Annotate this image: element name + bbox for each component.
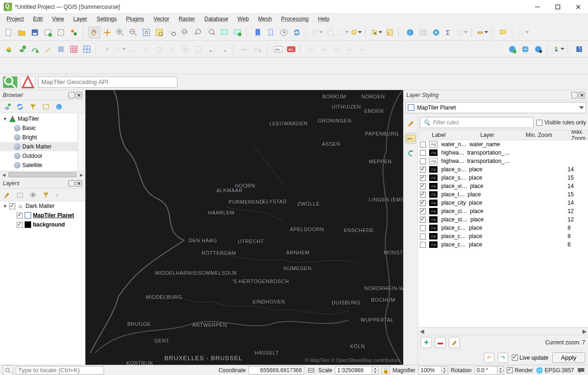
- manage-visibility-dropdown-icon[interactable]: [28, 190, 38, 200]
- pan-map-icon[interactable]: [88, 26, 100, 39]
- select-by-value-icon[interactable]: ε: [384, 26, 396, 39]
- browser-panel-header[interactable]: Browser: [0, 90, 85, 100]
- rule-checkbox[interactable]: [420, 150, 426, 156]
- undo-style-button[interactable]: ↶: [484, 353, 494, 363]
- rules-table[interactable]: Aawater_n…water_nameAahighwa…transportat…: [418, 140, 588, 327]
- add-layer-icon[interactable]: [2, 102, 12, 112]
- browser-h-scroll[interactable]: ◀▶: [0, 171, 85, 178]
- rule-row[interactable]: Aaplace_c…place6: [418, 240, 588, 249]
- undo-icon[interactable]: [205, 43, 217, 55]
- layer-visibility-checkbox[interactable]: [17, 213, 23, 219]
- python-console-icon[interactable]: [553, 43, 565, 55]
- rule-checkbox[interactable]: [420, 217, 426, 223]
- refresh-browser-icon[interactable]: [15, 102, 25, 112]
- browser-scrollbar[interactable]: [78, 113, 85, 171]
- labels-tab-icon[interactable]: abc: [405, 133, 416, 144]
- filter-browser-icon[interactable]: [28, 102, 38, 112]
- label-diagram-toggle-icon[interactable]: abc: [285, 43, 297, 55]
- move-feature-icon[interactable]: [140, 43, 152, 55]
- layers-tree[interactable]: ▾Dark Matter MapTiler Planet background: [0, 201, 85, 365]
- zoom-full-icon[interactable]: [140, 26, 152, 39]
- pan-to-selection-icon[interactable]: [101, 26, 113, 39]
- vertex-tool-dropdown-icon[interactable]: [114, 43, 126, 55]
- map-canvas[interactable]: BORKUMNORDENUITHUIZENEMDENLEEUWARDENGRON…: [85, 90, 403, 365]
- temporal-controller-icon[interactable]: [278, 26, 290, 39]
- zoom-to-selection-icon[interactable]: [153, 26, 165, 39]
- maptiler-toolbar-icon[interactable]: [20, 76, 35, 88]
- browser-tree[interactable]: ▾MapTiler Basic Bright Dark Matter Outdo…: [0, 113, 78, 171]
- delete-feature-icon[interactable]: [153, 43, 165, 55]
- remove-rule-button[interactable]: ▬: [435, 337, 446, 348]
- dock-icon[interactable]: [68, 180, 75, 187]
- map-tips-icon[interactable]: [497, 26, 509, 39]
- rule-checkbox[interactable]: [420, 200, 426, 206]
- identify-icon[interactable]: i: [404, 26, 416, 39]
- rule-row[interactable]: Aaplace_c…place8: [418, 224, 588, 232]
- layout-manager-icon[interactable]: [55, 26, 67, 39]
- metasearch-plugin-icon[interactable]: [506, 43, 518, 55]
- rule-checkbox[interactable]: [420, 175, 426, 181]
- messages-icon[interactable]: [577, 366, 585, 375]
- filter-layers-dropdown-icon[interactable]: [41, 190, 51, 200]
- dock-icon[interactable]: [571, 92, 578, 98]
- rule-row[interactable]: Aaplace_c…place8: [418, 232, 588, 240]
- menu-layer[interactable]: Layer: [70, 15, 91, 23]
- rule-row[interactable]: Aahighwa…transportation_…: [418, 157, 588, 165]
- rotation-field[interactable]: 0.0 °▴▾: [474, 366, 504, 375]
- abc-tool-a-icon[interactable]: abc: [306, 43, 318, 55]
- rule-row[interactable]: Aahighwa…transportation_…: [418, 149, 588, 157]
- menu-vector[interactable]: Vector: [150, 15, 173, 23]
- open-data-source-icon[interactable]: [3, 43, 15, 55]
- symbology-tab-icon[interactable]: [405, 118, 416, 129]
- expression-filter-dropdown-icon[interactable]: ε: [54, 190, 64, 200]
- abc-pin-icon[interactable]: abc: [252, 43, 264, 55]
- live-update-checkbox[interactable]: Live update: [512, 355, 549, 361]
- toggle-extents-icon[interactable]: [307, 366, 315, 375]
- rule-row[interactable]: Aaplace_o…place14: [418, 165, 588, 174]
- rule-checkbox[interactable]: [420, 167, 426, 173]
- window-maximize-button[interactable]: [552, 2, 564, 12]
- browser-item[interactable]: Satellite: [22, 162, 42, 168]
- grid-tool2-icon[interactable]: [81, 43, 93, 55]
- pencil-edit-icon[interactable]: [42, 43, 54, 55]
- save-project-icon[interactable]: [29, 26, 41, 39]
- collapse-all-icon[interactable]: [41, 102, 51, 112]
- geocoding-search-icon[interactable]: [3, 76, 18, 88]
- paste-features-dropdown-icon[interactable]: [337, 26, 349, 39]
- rule-checkbox[interactable]: [420, 233, 426, 239]
- coordinate-field[interactable]: 655669,6817366: [248, 366, 304, 375]
- grid-tool-icon[interactable]: [68, 43, 80, 55]
- zoom-in-icon[interactable]: [114, 26, 126, 39]
- zoom-next-icon[interactable]: [205, 26, 217, 39]
- group-visibility-checkbox[interactable]: [9, 203, 15, 209]
- refresh-icon[interactable]: [291, 26, 303, 39]
- magnifier-field[interactable]: 100%▴▾: [418, 366, 448, 375]
- paste-layer-dropdown-icon[interactable]: [350, 26, 362, 39]
- toggle-editing-dropdown-icon[interactable]: [311, 26, 323, 39]
- layer-styling-layer-combo[interactable]: MapTiler Planet: [405, 102, 586, 113]
- rule-checkbox[interactable]: [420, 242, 426, 248]
- paste-feature-icon[interactable]: [192, 43, 204, 55]
- new-map-view-icon[interactable]: [218, 26, 230, 39]
- menu-processing[interactable]: Processing: [277, 15, 312, 23]
- edit-polyline-icon[interactable]: [127, 43, 139, 55]
- rule-row[interactable]: Aaplace_st…place12: [418, 215, 588, 224]
- window-minimize-button[interactable]: [531, 2, 543, 12]
- menu-database[interactable]: Database: [201, 15, 232, 23]
- menu-raster[interactable]: Raster: [175, 15, 199, 23]
- scale-lock-icon[interactable]: 🔒: [381, 366, 390, 375]
- zoom-out-icon[interactable]: [127, 26, 139, 39]
- statistics-icon[interactable]: Σ: [443, 26, 455, 39]
- help-icon[interactable]: ?: [573, 43, 585, 55]
- visible-rules-only-checkbox[interactable]: Visible rules only: [536, 119, 586, 126]
- cut-feature-icon[interactable]: [166, 43, 178, 55]
- menu-mesh[interactable]: Mesh: [255, 15, 275, 23]
- menu-plugins[interactable]: Plugins: [122, 15, 148, 23]
- abc-tool-d-icon[interactable]: abc: [345, 43, 357, 55]
- scale-combo[interactable]: 1:3250986▴▾: [335, 366, 379, 375]
- new-print-layout-icon[interactable]: [42, 26, 54, 39]
- save-edits-icon[interactable]: [55, 43, 67, 55]
- add-point-icon[interactable]: [101, 43, 113, 55]
- rule-checkbox[interactable]: [420, 142, 426, 148]
- render-checkbox[interactable]: Render: [507, 367, 533, 374]
